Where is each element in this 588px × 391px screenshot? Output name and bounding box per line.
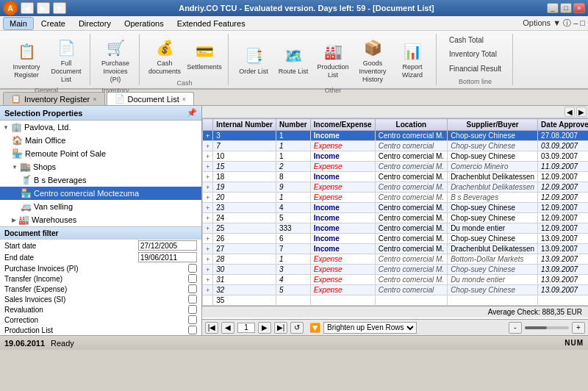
inventory-register-btn[interactable]: 📋 Inventory Register (7, 37, 46, 82)
purchase-pi-checkbox[interactable] (188, 264, 197, 273)
table-row[interactable]: +281ExpenseCentro comercial M.Bottom-Dol… (203, 254, 589, 265)
report-wizard-btn[interactable]: 📊 Report Wizard (393, 37, 431, 82)
table-row[interactable]: +71ExpenseCentro comercialChop-suey Chin… (203, 141, 589, 151)
warehouses-icon: 🏭 (18, 215, 29, 225)
production-list-checkbox[interactable] (188, 326, 197, 334)
table-row[interactable]: +31IncomeCentro comercial M.Chop-suey Ch… (203, 131, 589, 141)
scroll-left-btn[interactable]: ◀ (564, 107, 575, 117)
col-number[interactable]: Number (276, 119, 310, 131)
col-internal[interactable]: Internal Number (213, 119, 276, 131)
table-row[interactable]: +152ExpenseCentro comercial M.Comercio M… (203, 162, 589, 172)
row-style-select[interactable]: Brighten up Even Rows (323, 322, 417, 334)
table-row[interactable]: +199ExpenseCentro comercial M.Drachenblu… (203, 182, 589, 193)
zoom-in-btn[interactable]: + (572, 322, 585, 334)
transfer-income-checkbox[interactable] (188, 274, 197, 283)
tab-close-inventory[interactable]: × (93, 96, 96, 103)
tab-doc-label: Document List (128, 95, 179, 104)
order-list-btn[interactable]: 📑 Order List (234, 42, 273, 78)
cell-6: 13.09.2007 (538, 285, 588, 295)
close-btn[interactable]: × (573, 3, 585, 13)
inventory-total-btn[interactable]: Inventory Total (442, 48, 508, 60)
back-btn[interactable]: ◀ (21, 2, 34, 14)
tree-centro[interactable]: 🏪 Centro comercial Moctezuma (0, 187, 201, 200)
table-row[interactable]: +314ExpenseCentro comercial M.Du monde e… (203, 275, 589, 285)
col-date[interactable]: Date Approved (538, 119, 588, 131)
tree-label-warehouses: Warehouses (32, 215, 76, 224)
tree-expand-shops: ▼ (12, 164, 18, 171)
settlements-btn[interactable]: 💳 Settlements (185, 37, 223, 73)
cell-3: Income (310, 223, 375, 234)
filter-icon: 🔽 (309, 323, 320, 333)
table-row[interactable]: +201ExpenseCentro comercial M.B s Bevera… (203, 193, 589, 203)
sales-si-checkbox[interactable] (188, 295, 197, 304)
tree-label-beverages: B s Beverages (34, 176, 87, 184)
zoom-slider[interactable] (525, 326, 569, 329)
financial-result-btn[interactable]: Financial Result (442, 62, 508, 75)
menu-create[interactable]: Create (35, 18, 71, 29)
tab-document-list[interactable]: 📄 Document List × (107, 92, 195, 105)
scroll-right-btn[interactable]: ▶ (576, 107, 587, 117)
pin-icon[interactable]: 📌 (187, 108, 197, 118)
production-list-btn[interactable]: 🏭 Production List (314, 37, 352, 82)
goods-inventory-btn[interactable]: 📦 Goods Inventory History (354, 34, 392, 85)
menu-main[interactable]: Main (3, 17, 34, 30)
table-row[interactable]: +234IncomeCentro comercial M.Chop-suey C… (203, 203, 589, 213)
page-number-input[interactable] (237, 323, 255, 333)
cell-5: Drachenblut Delikatessen (448, 244, 538, 254)
start-date-input[interactable] (138, 240, 197, 251)
first-page-btn[interactable]: |◀ (205, 322, 218, 334)
table-row[interactable]: 35 (203, 295, 589, 306)
down-btn[interactable]: ▼ (53, 2, 66, 14)
cell-0: + (203, 244, 213, 254)
table-row[interactable]: +245IncomeCentro comercial M.Chop-suey C… (203, 213, 589, 223)
filter-sales-si: Sales Invoices (SI) (0, 294, 201, 304)
table-row[interactable]: +25333IncomeCentro comercial M.Du monde … (203, 223, 589, 234)
menu-options[interactable]: Options ▼ ⓘ – □ (523, 18, 585, 29)
table-row[interactable]: +303ExpenseCentro comercial M.Chop-suey … (203, 265, 589, 275)
tab-close-document[interactable]: × (182, 96, 186, 103)
tree-van[interactable]: 🚐 Van selling (0, 200, 201, 213)
menu-extended[interactable]: Extended Features (171, 18, 251, 29)
next-page-btn[interactable]: ▶ (258, 322, 271, 334)
zoom-out-btn[interactable]: - (509, 322, 522, 334)
table-row[interactable]: +101IncomeCentro comercial M.Chop-suey C… (203, 151, 589, 162)
menu-operations[interactable]: Operations (118, 18, 170, 29)
cash-documents-label: Cash documents (148, 60, 182, 76)
full-document-list-btn[interactable]: 📄 Full Document List (47, 34, 85, 85)
table-row[interactable]: +266IncomeCentro comercial M.Chop-suey C… (203, 234, 589, 244)
tree-remoute[interactable]: 🏪 Remoute Point of Sale (0, 147, 201, 160)
table-row[interactable]: +188IncomeCentro comercial M.Drachenblut… (203, 172, 589, 182)
last-page-btn[interactable]: ▶| (274, 322, 287, 334)
prev-page-btn[interactable]: ◀ (221, 322, 234, 334)
cash-documents-icon: 💰 (153, 36, 176, 60)
minimize-btn[interactable]: _ (547, 3, 559, 13)
cash-documents-btn[interactable]: 💰 Cash documents (146, 34, 184, 78)
tree-beverages[interactable]: 🥤 B s Beverages (0, 173, 201, 187)
col-supplier[interactable]: Supplier/Buyer (448, 119, 538, 131)
tree-warehouses[interactable]: ▶ 🏭 Warehouses (0, 213, 201, 226)
nav-bar: |◀ ◀ ▶ ▶| ↺ 🔽 Brighten up Even Rows - + (202, 319, 588, 335)
transfer-expense-checkbox[interactable] (188, 284, 197, 293)
route-list-btn[interactable]: 🗺️ Route List (274, 42, 312, 78)
forward-btn[interactable]: ▶ (37, 2, 50, 14)
cell-2: 4 (276, 203, 310, 213)
correction-checkbox[interactable] (188, 315, 197, 324)
cell-3: Income (310, 213, 375, 223)
reload-btn[interactable]: ↺ (290, 322, 304, 334)
cell-5: Du monde entier (448, 275, 538, 285)
purchase-invoices-btn[interactable]: 🛒 Purchase Invoices (PI) (96, 34, 135, 85)
tab-inventory-register[interactable]: 📋 Inventory Register × (3, 92, 105, 105)
end-date-input[interactable] (138, 252, 197, 262)
revaluation-checkbox[interactable] (188, 305, 197, 314)
table-row[interactable]: +277IncomeCentro comercial M.Drachenblut… (203, 244, 589, 254)
col-location[interactable]: Location (375, 119, 447, 131)
col-type[interactable]: Income/Expense (310, 119, 375, 131)
cell-1: 31 (213, 275, 276, 285)
tree-pavlova[interactable]: ▼ 🏢 Pavlova, Ltd. (0, 121, 201, 134)
cash-total-btn[interactable]: Cash Total (442, 34, 508, 46)
menu-directory[interactable]: Directory (73, 18, 117, 29)
tree-main-office[interactable]: 🏠 Main Office (0, 134, 201, 147)
table-row[interactable]: +325ExpenseCentro comercialChop-suey Chi… (203, 285, 589, 295)
maximize-btn[interactable]: □ (560, 3, 572, 13)
tree-shops[interactable]: ▼ 🏬 Shops (0, 160, 201, 173)
